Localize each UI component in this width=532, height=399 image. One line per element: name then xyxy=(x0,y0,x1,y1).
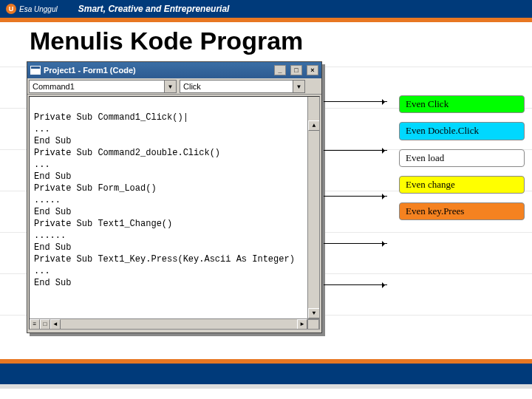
code-line: Private Sub Command2_double.Click() xyxy=(34,148,220,158)
callout-label: Even Docble.Click xyxy=(406,125,479,136)
window-title: Project1 - Form1 (Code) xyxy=(44,66,136,75)
code-line: End Sub xyxy=(34,242,71,253)
callout-label: Even change xyxy=(406,179,455,190)
code-line: End Sub xyxy=(34,278,71,288)
code-line: ... xyxy=(34,124,50,134)
callout-even-change: Even change xyxy=(399,176,525,194)
minimize-button[interactable]: _ xyxy=(274,65,286,75)
footer-gray-strip xyxy=(0,384,532,389)
slide-title: Menulis Kode Program xyxy=(30,27,502,55)
chevron-down-icon: ▼ xyxy=(293,81,304,92)
callout-even-keypress: Even key.Prees xyxy=(399,202,525,220)
object-dropdown-value: Command1 xyxy=(33,82,75,91)
code-line: ... xyxy=(34,266,50,276)
callout-even-click: Even Click xyxy=(399,95,525,113)
code-line: End Sub xyxy=(34,207,71,217)
callout-label: Even key.Prees xyxy=(406,205,464,216)
code-line: ..... xyxy=(34,195,61,205)
arrow-icon xyxy=(324,101,387,102)
view-mode-button[interactable]: □ xyxy=(40,319,50,330)
main-content: Project1 - Form1 (Code) _ □ × Command1 ▼… xyxy=(0,58,532,369)
callout-label: Even Click xyxy=(406,98,449,109)
code-window: Project1 - Form1 (Code) _ □ × Command1 ▼… xyxy=(27,61,322,333)
code-line: Private Sub Text1_Key.Press(Key.Ascii As… xyxy=(34,254,295,265)
form-icon xyxy=(30,66,41,75)
object-dropdown[interactable]: Command1 ▼ xyxy=(29,80,177,93)
vertical-scrollbar[interactable]: ▲ ▼ xyxy=(307,97,319,329)
view-mode-button[interactable]: ≡ xyxy=(30,319,40,330)
code-line: End Sub xyxy=(34,136,71,146)
horizontal-scrollbar[interactable]: ≡ □ ◄ ► xyxy=(30,318,319,329)
arrow-icon xyxy=(324,284,387,285)
code-line: Private Sub Form_Load() xyxy=(34,183,157,194)
arrow-icon xyxy=(324,243,387,244)
chevron-down-icon: ▼ xyxy=(164,81,176,92)
brand-name: Esa Unggul xyxy=(19,5,58,13)
procedure-dropdown[interactable]: Click ▼ xyxy=(180,80,305,93)
logo-mark-icon: U xyxy=(6,4,16,14)
code-editor[interactable]: Private Sub Command1_Click()| ... End Su… xyxy=(29,96,320,330)
code-line: ... xyxy=(34,160,50,170)
scroll-left-button[interactable]: ◄ xyxy=(50,319,61,330)
code-line: Private Sub Command1_Click()| xyxy=(34,112,188,123)
arrow-icon xyxy=(324,196,387,197)
maximize-button[interactable]: □ xyxy=(290,65,302,75)
arrow-icon xyxy=(324,150,387,151)
close-button[interactable]: × xyxy=(307,65,318,75)
procedure-dropdown-value: Click xyxy=(183,82,201,91)
dropdown-row: Command1 ▼ Click ▼ xyxy=(27,78,321,95)
scroll-up-button[interactable]: ▲ xyxy=(308,120,320,131)
scroll-down-button[interactable]: ▼ xyxy=(308,308,320,318)
scroll-corner xyxy=(307,319,319,330)
code-line: Private Sub Text1_Change() xyxy=(34,219,172,229)
callout-list: Even Click Even Docble.Click Even load E… xyxy=(399,95,525,229)
scroll-right-button[interactable]: ► xyxy=(297,319,307,330)
tagline: Smart, Creative and Entrepreneurial xyxy=(78,4,230,14)
brand-logo: U Esa Unggul xyxy=(0,4,64,14)
titlebar: Project1 - Form1 (Code) _ □ × xyxy=(27,62,321,78)
code-line: End Sub xyxy=(34,171,71,182)
callout-even-load: Even load xyxy=(399,149,525,167)
callout-even-doubleclick: Even Docble.Click xyxy=(399,122,525,140)
code-line: ...... xyxy=(34,231,66,241)
top-header: U Esa Unggul Smart, Creative and Entrepr… xyxy=(0,0,532,18)
footer-bar xyxy=(0,364,532,384)
callout-label: Even load xyxy=(406,152,444,163)
